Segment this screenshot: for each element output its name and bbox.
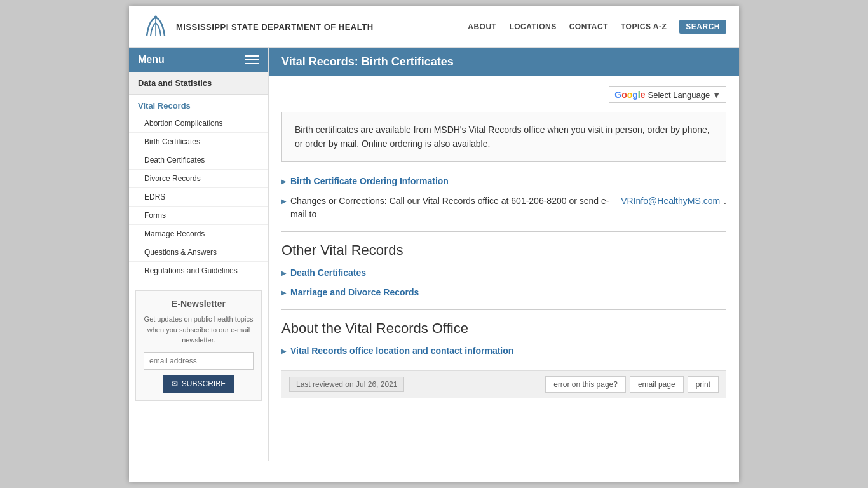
site-nav: About Locations Contact Topics A-Z Searc… xyxy=(468,20,726,34)
sidebar-item-divorce[interactable]: Divorce Records xyxy=(129,170,268,188)
page-wrapper: Mississippi State Department of Health A… xyxy=(129,6,739,482)
sidebar-item-regulations[interactable]: Regulations and Guidelines xyxy=(129,262,268,280)
corrections-text-suffix: . xyxy=(724,194,726,208)
subscribe-button[interactable]: ✉ SUBSCRIBE xyxy=(163,375,234,393)
sidebar-item-edrs[interactable]: EDRS xyxy=(129,188,268,207)
about-links-list: Vital Records office location and contac… xyxy=(281,344,726,358)
sidebar-section-title: Data and Statistics xyxy=(129,72,268,95)
other-links-list: Death Certificates Marriage and Divorce … xyxy=(281,266,726,299)
msdh-logo-icon xyxy=(142,13,170,41)
vrinfo-email-link[interactable]: VRInfo@HealthyMS.com xyxy=(621,194,720,208)
main-links-list: Birth Certificate Ordering Information C… xyxy=(281,175,726,221)
translate-bar: Google Select Language ▼ xyxy=(281,86,726,103)
nav-contact[interactable]: Contact xyxy=(569,22,608,31)
sidebar-item-death[interactable]: Death Certificates xyxy=(129,151,268,170)
enewsletter-box: E-Newsletter Get updates on public healt… xyxy=(135,290,262,401)
sidebar-item-abortion[interactable]: Abortion Complications xyxy=(129,114,268,133)
nav-topics-az[interactable]: Topics A-Z xyxy=(621,22,667,31)
link-item-corrections: Changes or Corrections: Call our Vital R… xyxy=(281,194,726,221)
footer-review-date: Last reviewed on Jul 26, 2021 xyxy=(289,377,404,392)
sidebar-item-qa[interactable]: Questions & Answers xyxy=(129,243,268,262)
sidebar-item-marriage[interactable]: Marriage Records xyxy=(129,225,268,243)
content-header: Vital Records: Birth Certificates xyxy=(269,48,739,76)
nav-about[interactable]: About xyxy=(468,22,496,31)
translate-dropdown-icon: ▼ xyxy=(712,90,721,100)
sidebar: Menu Data and Statistics Vital Records A… xyxy=(129,48,269,461)
content-body: Google Select Language ▼ Birth certifica… xyxy=(269,76,739,408)
link-item-marriage-divorce: Marriage and Divorce Records xyxy=(281,286,726,299)
other-vital-records-heading: Other Vital Records xyxy=(281,242,726,259)
link-item-ordering: Birth Certificate Ordering Information xyxy=(281,175,726,188)
intro-text: Birth certificates are available from MS… xyxy=(295,123,713,151)
email-page-button[interactable]: email page xyxy=(630,376,684,393)
site-title: Mississippi State Department of Health xyxy=(176,22,374,32)
link-item-death: Death Certificates xyxy=(281,266,726,280)
site-header: Mississippi State Department of Health A… xyxy=(129,6,739,48)
content-area: Vital Records: Birth Certificates Google… xyxy=(269,48,739,461)
sidebar-item-birth[interactable]: Birth Certificates xyxy=(129,133,268,151)
error-button[interactable]: error on this page? xyxy=(545,376,626,393)
section-divider-2 xyxy=(281,309,726,310)
footer-actions: error on this page? email page print xyxy=(545,376,719,393)
birth-cert-ordering-link[interactable]: Birth Certificate Ordering Information xyxy=(290,175,449,188)
translate-widget[interactable]: Google Select Language ▼ xyxy=(609,86,726,103)
death-cert-link[interactable]: Death Certificates xyxy=(290,266,366,280)
sidebar-item-forms[interactable]: Forms xyxy=(129,207,268,225)
link-item-location: Vital Records office location and contac… xyxy=(281,344,726,358)
enewsletter-text: Get updates on public health topics when… xyxy=(144,314,254,346)
about-vital-records-heading: About the Vital Records Office xyxy=(281,320,726,337)
corrections-text-prefix: Changes or Corrections: Call our Vital R… xyxy=(290,194,617,221)
enewsletter-title: E-Newsletter xyxy=(144,299,254,309)
subscribe-label: SUBSCRIBE xyxy=(182,379,226,388)
main-layout: Menu Data and Statistics Vital Records A… xyxy=(129,48,739,461)
hamburger-icon[interactable] xyxy=(245,55,259,64)
translate-label: Select Language xyxy=(648,90,710,100)
print-button[interactable]: print xyxy=(688,376,719,393)
marriage-divorce-link[interactable]: Marriage and Divorce Records xyxy=(290,286,419,299)
envelope-icon: ✉ xyxy=(172,379,178,388)
page-footer: Last reviewed on Jul 26, 2021 error on t… xyxy=(281,370,726,398)
section-divider-1 xyxy=(281,231,726,232)
intro-box: Birth certificates are available from MS… xyxy=(281,112,726,162)
sidebar-menu-bar: Menu xyxy=(129,48,268,72)
logo-area: Mississippi State Department of Health xyxy=(142,13,374,41)
sidebar-menu-label: Menu xyxy=(138,54,165,65)
email-input[interactable] xyxy=(144,352,254,370)
google-g-icon: Google xyxy=(614,90,645,100)
page-title: Vital Records: Birth Certificates xyxy=(281,55,454,68)
nav-locations[interactable]: Locations xyxy=(509,22,556,31)
sidebar-group-title[interactable]: Vital Records xyxy=(129,95,268,114)
svg-point-2 xyxy=(154,16,158,19)
nav-search[interactable]: Search xyxy=(679,20,726,34)
vital-records-location-link[interactable]: Vital Records office location and contac… xyxy=(290,344,513,358)
